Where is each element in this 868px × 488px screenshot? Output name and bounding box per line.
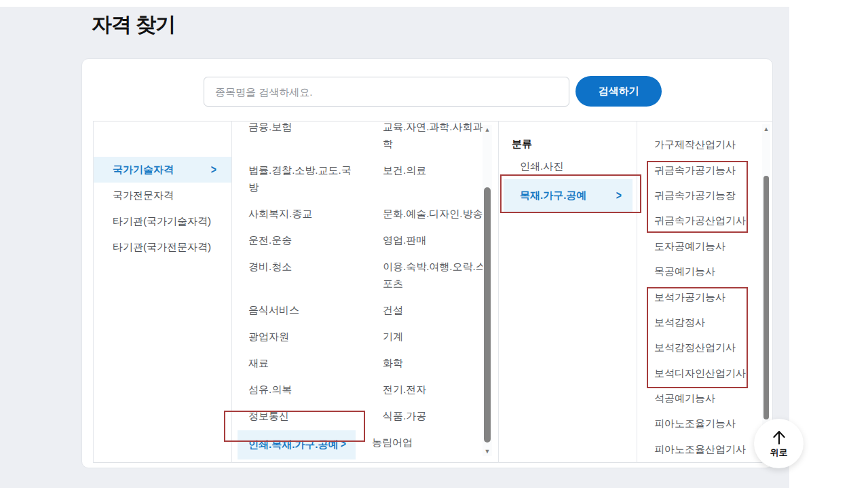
qualification-item-label: 귀금속가공기능장 <box>654 189 736 202</box>
subcategory-item[interactable]: 목재.가구.공예> <box>504 179 633 212</box>
scroll-up-icon[interactable]: ▲ <box>483 126 492 133</box>
chevron-right-icon: > <box>616 189 622 202</box>
subcategory-item-label: 인쇄.사진 <box>520 160 563 173</box>
nav-item-active[interactable]: 국가기술자격> <box>94 157 231 183</box>
qualification-item-label: 도자공예기능사 <box>654 240 725 253</box>
category-item-label: 운전.운송 <box>248 234 292 246</box>
category-item-label: 교육.자연.과학.사회과학 <box>383 121 483 149</box>
category-item[interactable]: 이용.숙박.여행.오락.스포츠 <box>383 255 491 298</box>
category-item[interactable]: 영업.판매 <box>383 228 491 255</box>
category-item[interactable]: 건설 <box>383 298 491 324</box>
category-item[interactable]: 정보통신 <box>248 404 357 430</box>
category-row: 섬유.의복전기.전자 <box>248 377 498 404</box>
category-item[interactable]: 보건.의료 <box>383 158 491 202</box>
page: 자격 찾기 검색하기 국가기술자격>국가전문자격타기관(국가기술자격)타기관(국… <box>0 0 868 488</box>
category-item-label: 음식서비스 <box>248 304 299 316</box>
qualification-item-label: 가구제작산업기사 <box>654 138 736 151</box>
qualification-item-label: 석공예기능사 <box>654 392 715 405</box>
qualification-item[interactable]: 귀금속가공산업기사 <box>637 208 773 233</box>
category-item[interactable]: 전기.전자 <box>383 377 491 404</box>
category-item[interactable]: 섬유.의복 <box>248 377 357 404</box>
qualification-scrollbar[interactable]: ▲ <box>762 124 770 463</box>
scroll-up-icon[interactable]: ▲ <box>762 126 770 132</box>
category-row: 인쇄.목재.가구.공예>농림어업 <box>248 430 498 459</box>
category-item-label: 농림어업 <box>372 436 413 448</box>
qualification-item[interactable]: 보석감정산업기사 <box>637 335 773 360</box>
qualification-item[interactable]: 보석디자인산업기사 <box>637 361 773 386</box>
search-button[interactable]: 검색하기 <box>575 76 662 107</box>
category-item[interactable]: 안전관리 <box>248 459 357 463</box>
page-title: 자격 찾기 <box>92 11 175 39</box>
qualification-item-label: 피아노조율산업기사 <box>654 443 746 456</box>
qualification-item[interactable]: 보석가공기능사 <box>637 284 773 309</box>
chevron-right-icon: > <box>341 434 346 455</box>
qualification-type-column: 국가기술자격>국가전문자격타기관(국가기술자격)타기관(국가전문자격) <box>94 121 232 463</box>
category-item[interactable]: 운전.운송 <box>248 228 357 255</box>
subcategory-item[interactable]: 인쇄.사진 <box>499 154 637 179</box>
category-item[interactable]: 교육.자연.과학.사회과학 <box>383 121 491 158</box>
subcategory-column: 분류 인쇄.사진목재.가구.공예> <box>499 121 637 463</box>
category-item[interactable]: 화학 <box>383 351 491 377</box>
qualification-item[interactable]: 귀금속가공기능장 <box>637 183 773 208</box>
category-row: 법률.경찰.소방.교도.국방보건.의료 <box>248 158 498 202</box>
subcategory-header: 분류 <box>512 138 532 151</box>
qualification-item-label: 피아노조율기능사 <box>654 417 736 430</box>
category-item[interactable]: 광업자원 <box>248 324 357 351</box>
category-item-label: 전기.전자 <box>383 383 426 395</box>
category-row: 재료화학 <box>248 351 498 377</box>
qualification-item[interactable]: 도자공예기능사 <box>637 234 773 259</box>
scroll-down-icon[interactable]: ▼ <box>483 448 492 455</box>
category-item-label: 이용.숙박.여행.오락.스포츠 <box>383 261 486 289</box>
category-item[interactable]: 금융.보험 <box>248 121 357 158</box>
category-row: 경비.청소이용.숙박.여행.오락.스포츠 <box>248 255 498 298</box>
category-item[interactable]: 음식서비스 <box>248 298 357 324</box>
scrollbar-thumb[interactable] <box>763 176 769 419</box>
qualification-item-label: 귀금속가공산업기사 <box>654 214 746 227</box>
category-row: 광업자원기계 <box>248 324 498 351</box>
qualification-item[interactable]: 피아노조율기능사 <box>637 411 773 436</box>
qualification-item[interactable]: 석공예기능사 <box>637 386 773 411</box>
category-item-label: 광업자원 <box>248 331 289 342</box>
nav-item-label: 국가기술자격 <box>113 164 174 176</box>
category-item-label: 법률.경찰.소방.교도.국방 <box>248 164 352 193</box>
search-input[interactable] <box>204 77 569 107</box>
category-item[interactable]: 농림어업 <box>372 430 480 459</box>
nav-item-label: 타기관(국가전문자격) <box>113 241 211 254</box>
category-item[interactable]: 사회복지.종교 <box>248 202 357 228</box>
up-arrow-icon <box>770 428 788 446</box>
category-item-label: 재료 <box>248 357 269 369</box>
qualification-item[interactable]: 귀금속가공기능사 <box>637 157 773 183</box>
category-item[interactable]: 식품.가공 <box>383 404 491 430</box>
back-to-top-button[interactable]: 위로 <box>754 419 804 468</box>
qualification-item[interactable]: 목공예기능사 <box>637 259 773 284</box>
category-item[interactable]: 기계 <box>383 324 491 351</box>
category-item[interactable]: 문화.예술.디자인.방송 <box>383 202 491 228</box>
category-item[interactable]: 법률.경찰.소방.교도.국방 <box>248 158 357 202</box>
qualification-item[interactable]: 피아노조율산업기사 <box>637 437 773 462</box>
category-item[interactable]: 재료 <box>248 351 357 377</box>
category-item-label: 정보통신 <box>248 410 289 421</box>
nav-item-link[interactable]: 국가전문자격 <box>94 183 231 208</box>
qualification-item[interactable]: 보석감정사 <box>637 310 773 335</box>
category-scrollbar[interactable]: ▲ ▼ <box>483 125 492 456</box>
nav-item-link[interactable]: 타기관(국가기술자격) <box>94 208 231 234</box>
category-item-label: 금융.보험 <box>248 121 292 132</box>
category-item-label: 식품.가공 <box>383 410 426 421</box>
category-row: 금융.보험교육.자연.과학.사회과학 <box>248 121 498 158</box>
category-row: 정보통신식품.가공 <box>248 404 498 430</box>
subcategory-item-label: 목재.가구.공예 <box>520 189 586 202</box>
qualification-item[interactable]: 가구제작산업기사 <box>637 132 773 157</box>
nav-item-link[interactable]: 타기관(국가전문자격) <box>94 234 231 260</box>
scrollbar-thumb[interactable] <box>484 187 491 443</box>
qualification-item-label: 보석감정사 <box>654 316 705 329</box>
nav-item-label: 국가전문자격 <box>113 189 174 202</box>
category-item-label: 인쇄.목재.가구.공예 <box>248 438 339 450</box>
nav-item-label: 타기관(국가기술자격) <box>113 215 211 228</box>
category-item[interactable]: 경비.청소 <box>248 255 357 298</box>
category-item-label: 영업.판매 <box>383 234 426 246</box>
category-item[interactable]: 환경.에너지 <box>383 459 491 463</box>
chevron-right-icon: > <box>211 163 216 176</box>
category-item-label: 보건.의료 <box>383 164 426 176</box>
category-item-label: 건설 <box>383 304 403 316</box>
category-item[interactable]: 인쇄.목재.가구.공예> <box>238 430 356 459</box>
